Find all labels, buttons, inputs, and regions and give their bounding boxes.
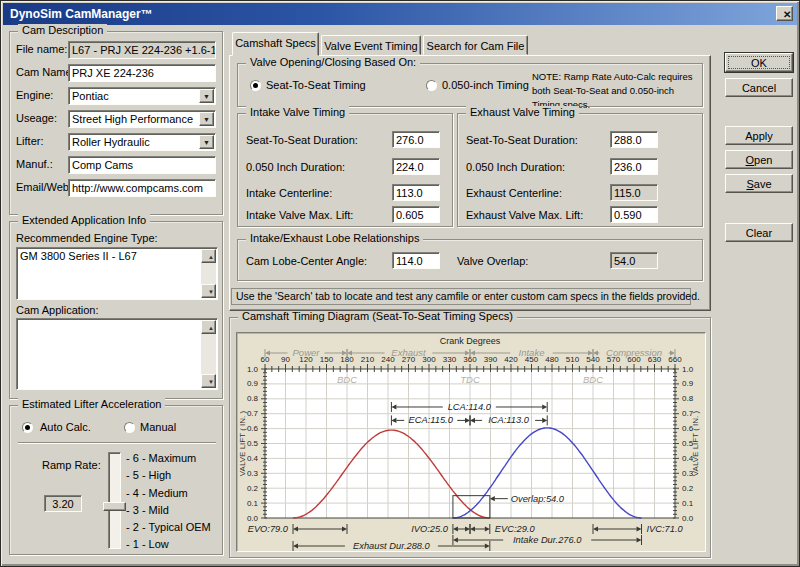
svg-text:EVC:29.0: EVC:29.0 <box>495 524 536 534</box>
auto-calc-label: Auto Calc. <box>40 421 91 433</box>
svg-text:330: 330 <box>443 355 457 364</box>
manuf-field[interactable]: Comp Cams <box>68 156 216 174</box>
intake-050-duration-field[interactable]: 224.0 <box>392 158 440 175</box>
intake-max-lift-field[interactable]: 0.605 <box>392 206 440 223</box>
useage-value: Street High Performance <box>72 113 193 125</box>
tab-valve-event-timing[interactable]: Valve Event Timing <box>321 35 421 55</box>
scale-label-5: - 5 - High <box>126 467 171 484</box>
scale-label-3: - 3 - Mild <box>126 502 169 519</box>
extended-info-group: Extended Application Info Recommended En… <box>9 221 223 399</box>
useage-label: Useage: <box>16 112 57 124</box>
svg-text:EVO:79.0: EVO:79.0 <box>248 524 289 534</box>
exhaust-max-lift-field[interactable]: 0.590 <box>610 206 658 223</box>
svg-text:1.0: 1.0 <box>682 365 694 374</box>
svg-text:Power: Power <box>293 347 321 358</box>
svg-text:0.3: 0.3 <box>247 469 259 478</box>
svg-text:90: 90 <box>281 355 290 364</box>
search-hint: Use the 'Search' tab to locate and test … <box>231 288 691 305</box>
svg-text:0.6: 0.6 <box>247 424 259 433</box>
intake-s2s-duration-field[interactable]: 276.0 <box>392 131 440 148</box>
050-inch-radio[interactable] <box>426 80 437 91</box>
title-bar[interactable]: DynoSim CamManager™ ✕ <box>3 3 797 25</box>
seat-to-seat-label: Seat-To-Seat Timing <box>266 79 366 91</box>
engine-type-textarea[interactable]: GM 3800 Series II - L67 ▲ ▼ <box>16 247 218 300</box>
scroll-down-icon: ▼ <box>208 289 214 295</box>
svg-text:150: 150 <box>320 355 334 364</box>
svg-text:VALVE LIFT ( IN. ): VALVE LIFT ( IN. ) <box>238 410 247 476</box>
050-inch-label: 0.050-inch Timing <box>442 79 529 91</box>
scroll-up-button[interactable]: ▲ <box>201 320 216 334</box>
ramp-rate-slider-track[interactable] <box>108 452 121 549</box>
tab-camshaft-specs[interactable]: Camshaft Specs <box>232 32 319 56</box>
lobe-center-angle-field[interactable]: 114.0 <box>392 252 440 269</box>
intake-centerline-field[interactable]: 113.0 <box>392 184 440 201</box>
manuf-label: Manuf.: <box>16 158 53 170</box>
lifter-select[interactable]: Roller Hydraulic ▼ <box>68 133 216 151</box>
lifter-label: Lifter: <box>16 135 44 147</box>
scroll-up-icon: ▲ <box>208 325 214 331</box>
intake-s2s-duration-label: Seat-To-Seat Duration: <box>246 134 358 146</box>
svg-text:0.8: 0.8 <box>682 394 694 403</box>
svg-text:Compression: Compression <box>606 347 662 358</box>
svg-text:Crank Degrees: Crank Degrees <box>440 336 501 346</box>
auto-calc-radio[interactable] <box>22 422 33 433</box>
svg-text:IVO:25.0: IVO:25.0 <box>411 524 449 534</box>
lobe-center-angle-label: Cam Lobe-Center Angle: <box>246 255 367 267</box>
extended-info-title: Extended Application Info <box>18 214 150 226</box>
ok-button[interactable]: OK <box>725 53 793 72</box>
cam-name-field[interactable]: PRJ XE 224-236 <box>68 64 216 82</box>
scroll-down-button[interactable]: ▼ <box>201 284 216 298</box>
engine-label: Engine: <box>16 89 53 101</box>
svg-text:390: 390 <box>484 355 498 364</box>
svg-text:0.9: 0.9 <box>682 379 694 388</box>
svg-text:210: 210 <box>361 355 375 364</box>
open-button[interactable]: Open <box>725 150 793 169</box>
apply-button[interactable]: Apply <box>725 126 793 145</box>
svg-text:Overlap:54.0: Overlap:54.0 <box>511 494 565 504</box>
svg-text:0.4: 0.4 <box>247 454 259 463</box>
useage-select[interactable]: Street High Performance ▼ <box>68 110 216 128</box>
tab-search-for-cam-file[interactable]: Search for Cam File <box>423 35 528 55</box>
engine-dropdown-button[interactable]: ▼ <box>199 89 214 103</box>
seat-to-seat-radio[interactable] <box>250 80 261 91</box>
exhaust-s2s-duration-label: Seat-To-Seat Duration: <box>466 134 578 146</box>
engine-type-value: GM 3800 Series II - L67 <box>20 250 137 262</box>
svg-text:0.0: 0.0 <box>682 514 694 523</box>
svg-text:0.7: 0.7 <box>247 409 259 418</box>
scroll-up-button[interactable]: ▲ <box>201 249 216 263</box>
dynosim-cammanager-dialog: DynoSim CamManager™ ✕ Cam Description Fi… <box>0 0 800 567</box>
cancel-button[interactable]: Cancel <box>725 78 793 97</box>
lobe-title: Intake/Exhaust Lobe Relationships <box>246 232 423 244</box>
svg-text:0.9: 0.9 <box>247 379 259 388</box>
engine-type-scrollbar[interactable]: ▲ ▼ <box>201 249 216 298</box>
exhaust-050-duration-field[interactable]: 236.0 <box>610 158 658 175</box>
cam-app-scrollbar[interactable]: ▲ ▼ <box>201 320 216 388</box>
cam-app-textarea[interactable]: ▲ ▼ <box>16 318 218 390</box>
svg-text:0.5: 0.5 <box>247 439 259 448</box>
useage-dropdown-button[interactable]: ▼ <box>199 112 214 126</box>
svg-text:0.1: 0.1 <box>247 499 259 508</box>
chevron-down-icon: ▼ <box>203 93 210 100</box>
save-button[interactable]: Save <box>725 174 793 193</box>
clear-button[interactable]: Clear <box>725 223 793 242</box>
manual-radio[interactable] <box>124 422 135 433</box>
lifter-dropdown-button[interactable]: ▼ <box>199 135 214 149</box>
ramp-rate-slider-thumb[interactable] <box>103 502 126 511</box>
engine-select[interactable]: Pontiac ▼ <box>68 87 216 105</box>
email-web-field[interactable]: http://www.compcams.com <box>68 179 216 197</box>
file-name-field: L67 - PRJ XE 224-236 +1.6-1. <box>68 41 216 59</box>
svg-text:0.8: 0.8 <box>247 394 259 403</box>
close-button[interactable]: ✕ <box>776 6 793 21</box>
cam-description-title: Cam Description <box>18 24 107 36</box>
cam-description-group: Cam Description File name: L67 - PRJ XE … <box>9 31 223 215</box>
scroll-down-button[interactable]: ▼ <box>201 374 216 388</box>
svg-text:LCA:114.0: LCA:114.0 <box>448 402 492 412</box>
email-web-label: Email/Web: <box>16 181 72 193</box>
lifter-accel-group: Estimated Lifter Acceleration Auto Calc.… <box>9 405 223 555</box>
svg-text:TDC: TDC <box>460 374 480 385</box>
exhaust-s2s-duration-field[interactable]: 288.0 <box>610 131 658 148</box>
valve-basis-group: Valve Opening/Closing Based On: Seat-To-… <box>237 63 703 107</box>
lifter-accel-title: Estimated Lifter Acceleration <box>18 398 165 410</box>
engine-value: Pontiac <box>72 90 109 102</box>
ramp-rate-value: 3.20 <box>44 495 82 512</box>
